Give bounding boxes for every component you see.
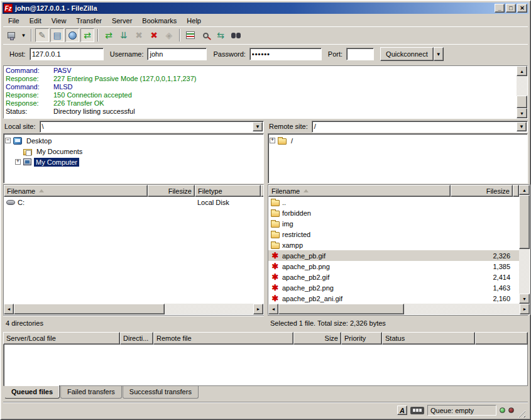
- username-input[interactable]: [147, 48, 207, 60]
- expand-icon[interactable]: +: [15, 159, 21, 165]
- process-queue-button[interactable]: ⇊: [117, 28, 131, 42]
- remote-site-combo[interactable]: / ▼: [312, 121, 528, 133]
- sync-browsing-button[interactable]: ⇆: [214, 28, 227, 42]
- host-input[interactable]: [30, 48, 104, 60]
- remote-file-row[interactable]: restricted: [268, 229, 519, 240]
- local-list-rows[interactable]: C: Local Disk: [4, 197, 263, 304]
- disconnect-button[interactable]: ✖: [147, 28, 161, 42]
- toggle-message-log-button[interactable]: ✎: [35, 28, 49, 42]
- menu-bookmarks[interactable]: Bookmarks: [137, 16, 182, 26]
- column-last-modified[interactable]: L: [261, 185, 263, 197]
- menu-transfer[interactable]: Transfer: [71, 16, 107, 26]
- sort-asc-icon: [39, 189, 44, 192]
- toggle-remote-tree-button[interactable]: [65, 28, 79, 42]
- cancel-operation-button[interactable]: ✖: [132, 28, 146, 42]
- remote-vertical-scrollbar[interactable]: ▲ ▼: [519, 185, 530, 304]
- menubar: File Edit View Transfer Server Bookmarks…: [3, 15, 528, 26]
- remote-scroll-thumb-h[interactable]: [278, 304, 404, 314]
- toggle-queue-button[interactable]: ⇄: [80, 28, 94, 42]
- chevron-down-icon[interactable]: ▼: [517, 122, 527, 131]
- column-status[interactable]: Status: [382, 332, 475, 345]
- scroll-left-icon[interactable]: ◄: [4, 304, 14, 314]
- remote-list-rows[interactable]: .. forbidden img restricted: [268, 197, 519, 304]
- column-filesize[interactable]: Filesize: [451, 185, 513, 197]
- remote-file-row[interactable]: xampp: [268, 240, 519, 250]
- column-filetype[interactable]: Filetype: [195, 185, 261, 197]
- remote-file-row[interactable]: ✱apache_pb.png 1,385: [268, 261, 519, 272]
- remote-file-row-selected[interactable]: ✱apache_pb.gif 2,326: [268, 250, 519, 261]
- quickconnect-button[interactable]: Quickconnect: [380, 47, 434, 61]
- column-server-local-file[interactable]: Server/Local file: [3, 332, 120, 345]
- directory-comparison-button[interactable]: [199, 28, 212, 42]
- message-log-body[interactable]: Command:PASV Response:227 Entering Passi…: [4, 66, 517, 118]
- speed-limit-icon[interactable]: [410, 407, 424, 414]
- column-remote-file[interactable]: Remote file: [153, 332, 293, 345]
- log-scroll-thumb[interactable]: [517, 96, 527, 108]
- tree-item-desktop[interactable]: − Desktop: [5, 135, 262, 146]
- minimize-button[interactable]: _: [495, 4, 505, 13]
- remote-file-row[interactable]: ..: [268, 197, 519, 207]
- site-manager-button[interactable]: [4, 28, 18, 42]
- refresh-button[interactable]: ⇄: [102, 28, 116, 42]
- maximize-button[interactable]: □: [506, 4, 516, 13]
- scroll-right-icon[interactable]: ►: [520, 304, 530, 314]
- port-input[interactable]: [346, 48, 374, 60]
- remote-file-row[interactable]: forbidden: [268, 207, 519, 218]
- local-site-combo[interactable]: \ ▼: [40, 121, 264, 133]
- remote-horizontal-scrollbar[interactable]: ◄ ►: [268, 304, 530, 314]
- clear-queue-button[interactable]: ◈: [162, 28, 176, 42]
- remote-tree-icon: [68, 31, 77, 40]
- filter-button[interactable]: [183, 28, 197, 42]
- username-label: Username:: [110, 50, 144, 58]
- log-vertical-scrollbar[interactable]: ▲ ▼: [517, 66, 527, 118]
- queue-list[interactable]: [3, 345, 528, 386]
- toggle-local-tree-button[interactable]: ▤: [50, 28, 64, 42]
- remote-file-row[interactable]: img: [268, 218, 519, 229]
- menu-server[interactable]: Server: [107, 16, 137, 26]
- remote-file-row[interactable]: ✱apache_pb2_ani.gif 2,160: [268, 293, 519, 304]
- column-direction[interactable]: Directi...: [120, 332, 153, 345]
- remote-scroll-thumb[interactable]: [519, 195, 530, 249]
- chevron-down-icon[interactable]: ▼: [253, 122, 263, 131]
- site-manager-dropdown[interactable]: ▼: [19, 28, 28, 42]
- expand-icon[interactable]: +: [270, 138, 275, 143]
- local-tree[interactable]: − Desktop My Documents + My Computer: [3, 133, 264, 184]
- scroll-down-icon[interactable]: ▼: [517, 108, 527, 118]
- collapse-icon[interactable]: −: [5, 138, 11, 143]
- menu-view[interactable]: View: [47, 16, 72, 26]
- scroll-left-icon[interactable]: ◄: [268, 304, 278, 314]
- tab-successful-transfers[interactable]: Successful transfers: [123, 386, 199, 399]
- resize-grip[interactable]: [517, 409, 525, 417]
- transfer-type-icon[interactable]: A: [397, 406, 407, 415]
- remote-file-row[interactable]: ✱apache_pb2.png 1,463: [268, 282, 519, 293]
- tree-item-root[interactable]: + /: [270, 135, 526, 146]
- scroll-right-icon[interactable]: ►: [253, 304, 263, 314]
- password-input[interactable]: [249, 48, 322, 60]
- remote-file-row[interactable]: ✱apache_pb2.gif 2,414: [268, 272, 519, 282]
- tab-queued-files[interactable]: Queued files: [4, 385, 60, 399]
- column-filename[interactable]: Filename: [4, 185, 148, 197]
- refresh-icon: ⇄: [105, 31, 112, 40]
- local-scroll-thumb[interactable]: [14, 304, 165, 314]
- tree-item-my-documents[interactable]: My Documents: [5, 146, 262, 157]
- menu-edit[interactable]: Edit: [25, 16, 47, 26]
- scroll-down-icon[interactable]: ▼: [519, 294, 530, 304]
- menu-file[interactable]: File: [3, 16, 25, 26]
- message-log-icon: ✎: [38, 31, 46, 40]
- column-filesize[interactable]: Filesize: [148, 185, 195, 197]
- column-size[interactable]: Size: [293, 332, 341, 345]
- column-filename[interactable]: Filename: [268, 185, 451, 197]
- menu-help[interactable]: Help: [182, 16, 206, 26]
- titlebar[interactable]: Fz john@127.0.0.1 - FileZilla _ □ ✕: [3, 3, 528, 14]
- local-drive-row[interactable]: C: Local Disk: [4, 197, 263, 207]
- tab-failed-transfers[interactable]: Failed transfers: [60, 386, 122, 399]
- scroll-up-icon[interactable]: ▲: [519, 185, 530, 195]
- quickconnect-dropdown[interactable]: ▼: [434, 47, 444, 61]
- close-button[interactable]: ✕: [517, 4, 527, 13]
- tree-item-my-computer[interactable]: + My Computer: [5, 157, 262, 167]
- scroll-up-icon[interactable]: ▲: [517, 66, 527, 76]
- remote-tree[interactable]: + /: [268, 133, 528, 184]
- local-horizontal-scrollbar[interactable]: ◄ ►: [4, 304, 263, 314]
- column-priority[interactable]: Priority: [341, 332, 382, 345]
- find-files-button[interactable]: [229, 28, 243, 42]
